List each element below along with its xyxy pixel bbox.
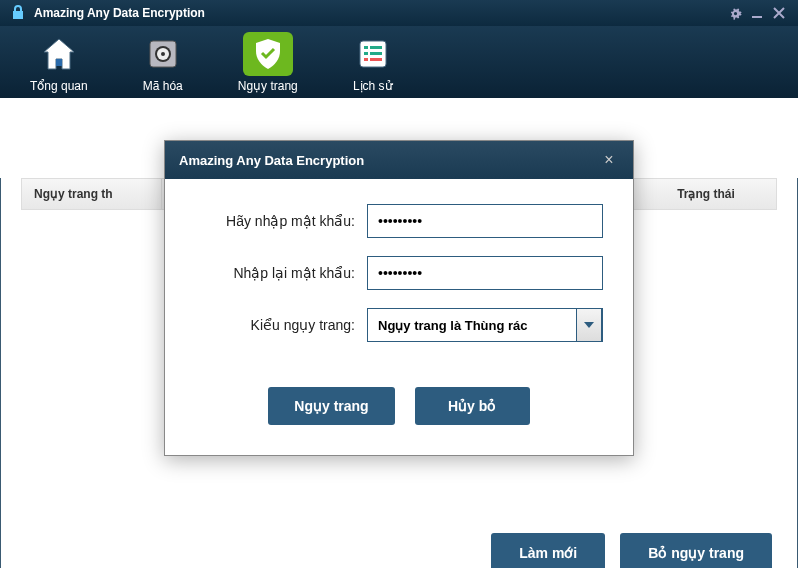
select-value: Ngụy trang là Thùng rác bbox=[378, 318, 592, 333]
password-dialog: Amazing Any Data Encryption × Hãy nhập m… bbox=[164, 140, 634, 456]
refresh-button[interactable]: Làm mới bbox=[491, 533, 605, 568]
modal-overlay: Amazing Any Data Encryption × Hãy nhập m… bbox=[0, 0, 798, 518]
dialog-actions: Ngụy trang Hủy bỏ bbox=[195, 387, 603, 425]
chevron-down-icon[interactable] bbox=[576, 308, 602, 342]
confirm-password-input[interactable] bbox=[367, 256, 603, 290]
disguise-type-select[interactable]: Ngụy trang là Thùng rác bbox=[367, 308, 603, 342]
cancel-button[interactable]: Hủy bỏ bbox=[415, 387, 530, 425]
action-buttons: Làm mới Bỏ ngụy trang bbox=[491, 533, 772, 568]
type-label: Kiểu ngụy trang: bbox=[195, 317, 355, 333]
password-label: Hãy nhập mật khẩu: bbox=[195, 213, 355, 229]
password-input[interactable] bbox=[367, 204, 603, 238]
un-disguise-button[interactable]: Bỏ ngụy trang bbox=[620, 533, 772, 568]
dialog-title: Amazing Any Data Encryption bbox=[179, 153, 599, 168]
dialog-header: Amazing Any Data Encryption × bbox=[165, 141, 633, 179]
disguise-button[interactable]: Ngụy trang bbox=[268, 387, 394, 425]
confirm-label: Nhập lại mật khẩu: bbox=[195, 265, 355, 281]
dialog-body: Hãy nhập mật khẩu: Nhập lại mật khẩu: Ki… bbox=[165, 179, 633, 455]
close-icon[interactable]: × bbox=[599, 151, 619, 169]
